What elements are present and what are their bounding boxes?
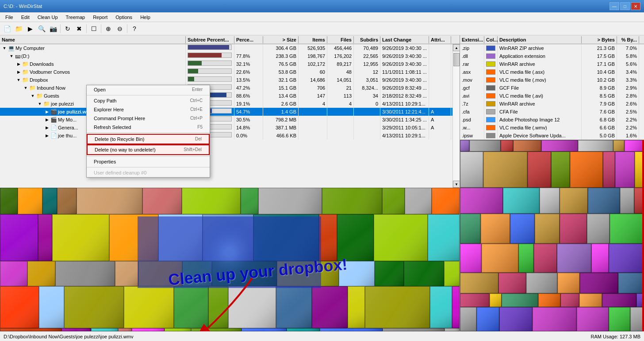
scroll-down-button[interactable]: ▼ (453, 181, 460, 188)
maximize-button[interactable]: □ (620, 2, 630, 10)
ext-description: VLC media file (.asx) (498, 68, 582, 76)
tree-row[interactable]: ▼📁Guests88.6%13.4 GB147113342/18/2012 8:… (0, 92, 452, 100)
extension-row[interactable]: .7zWinRAR archive7.9 GB2.6% (460, 100, 644, 108)
ext-bytes: 8.5 GB (582, 92, 617, 100)
ext-col-bytes[interactable]: > Bytes (582, 36, 617, 43)
tree-row[interactable]: ▶📄joe thu...0.0%466.6 KB4/13/2011 10:29:… (0, 132, 452, 140)
vertical-scrollbar[interactable]: ▲ ▼ (452, 44, 460, 188)
tree-row[interactable]: ▶🎬joe pulizzi.wmv54.7%1.4 GB3/30/2011 12… (0, 108, 452, 116)
row-cell: 3,051 (354, 76, 380, 84)
menu-report[interactable]: Report (89, 14, 111, 21)
col-perce[interactable]: Perce... (234, 36, 263, 43)
col-subdirs[interactable]: Subdirs (354, 36, 380, 43)
ext-color (484, 116, 498, 124)
expand-button[interactable]: ▶ (44, 108, 50, 116)
context-menu: OpenEnterCopy PathCtrl+CExplorer HereCtr… (86, 85, 210, 178)
copy-button[interactable]: ☐ (88, 23, 99, 34)
menu-help[interactable]: Help (137, 14, 154, 21)
extension-row[interactable]: .psdAdobe Photoshop Image 126.8 GB2.2% (460, 116, 644, 124)
expand-button[interactable]: ▼ (23, 84, 28, 92)
tree-row[interactable]: ▶🎬My Mo...30.5%798.2 MB3/30/2011 1:34:25… (0, 116, 452, 124)
context-menu-item[interactable]: Explorer HereCtrl+E (87, 105, 210, 114)
menu-treemap[interactable]: Treemap (62, 14, 89, 21)
expand-button[interactable]: ▶ (44, 124, 50, 132)
tree-row[interactable]: ▶📁Downloads32.1%76.5 GB102,17289,21712,9… (0, 60, 452, 68)
col-lastchange[interactable]: Last Change (380, 36, 429, 43)
expand-button[interactable]: ▶ (44, 132, 50, 140)
col-attri[interactable]: Attri... (429, 36, 451, 43)
row-cell: 54.7% (234, 108, 263, 116)
expand-button[interactable]: ▶ (16, 60, 21, 68)
scroll-thumb[interactable] (453, 53, 460, 66)
col-size[interactable]: > Size (263, 36, 299, 43)
context-menu-item[interactable]: Delete (to Recycle Bin)Del (87, 134, 210, 144)
expand-button[interactable]: ▶ (44, 116, 50, 124)
expand-button[interactable]: ▼ (37, 100, 42, 108)
extension-row[interactable]: .gcfGCF File8.9 GB2.9% (460, 84, 644, 92)
tree-row[interactable]: ▶📁Vodburner Convos22.6%53.8 GB60481211/1… (0, 68, 452, 76)
ext-col-color[interactable]: Col... (484, 36, 498, 43)
extension-row[interactable]: .asxVLC media file (.asx)10.4 GB3.4% (460, 68, 644, 76)
ext-description: WinRAR archive (498, 100, 582, 108)
context-menu-item[interactable]: Refresh SelectedF5 (87, 123, 210, 132)
tree-row[interactable]: ▼📁joe pulezzi19.1%2.6 GB4404/13/2011 10:… (0, 100, 452, 108)
menu-file[interactable]: File (2, 14, 17, 21)
ext-color (484, 44, 498, 52)
tree-row[interactable]: ▼💻My Computer306.4 GB526,935456,44670,48… (0, 44, 452, 52)
expand-button[interactable]: ▼ (30, 92, 35, 100)
context-menu-item[interactable]: OpenEnter (87, 85, 210, 94)
extension-row[interactable]: .ipswApple Device Software Upda...5.0 GB… (460, 132, 644, 140)
new-button[interactable]: 📄 (2, 23, 12, 34)
col-name[interactable]: Name (0, 36, 186, 43)
zoom-out-button[interactable]: ⊖ (115, 23, 125, 34)
tree-body[interactable]: ▼💻My Computer306.4 GB526,935456,44670,48… (0, 44, 460, 188)
stop-button[interactable]: ✖ (74, 23, 84, 34)
col-items[interactable]: Items (299, 36, 327, 43)
close-button[interactable]: ✕ (631, 2, 640, 10)
context-menu-item[interactable]: Delete (no way to undelete!)Shift+Del (87, 144, 210, 155)
row-cell: 21 (327, 84, 354, 92)
scan-button[interactable]: 🔍 (36, 23, 47, 34)
ext-col-description[interactable]: Description (498, 36, 582, 43)
expand-button[interactable]: ▼ (16, 76, 21, 84)
tree-row[interactable]: ▼📁Dropbox13.5%32.1 GB14,68614,0513,0519/… (0, 76, 452, 84)
minimize-button[interactable]: — (610, 2, 619, 10)
scroll-up-button[interactable]: ▲ (453, 44, 460, 51)
context-menu-item[interactable]: Command Prompt HereCtrl+P (87, 114, 210, 123)
extension-row[interactable]: .movVLC media file (.mov)10.2 GB3.3% (460, 76, 644, 84)
ext-percent: 3.3% (617, 76, 639, 84)
ext-bytes: 8.9 GB (582, 84, 617, 92)
extension-row[interactable]: .w...VLC media file (.wmv)6.6 GB2.2% (460, 124, 644, 132)
tree-row[interactable]: ▼📁Inbound Now47.2%15.1 GB706218,324...9/… (0, 84, 452, 92)
ext-col-pct[interactable]: % By... (617, 36, 639, 43)
extension-row[interactable]: .zipWinRAR ZIP archive21.3 GB7.0% (460, 44, 644, 52)
extension-row[interactable]: .cfaCFA File7.6 GB2.5% (460, 108, 644, 116)
menu-edit[interactable]: Edit (18, 14, 33, 21)
refresh-button[interactable]: ↻ (62, 23, 73, 34)
expand-button[interactable]: ▶ (16, 68, 21, 76)
row-cell: 14.8% (234, 124, 263, 132)
extension-row[interactable]: .dllApplication extension17.5 GB5.8% (460, 52, 644, 60)
treemap-area[interactable]: Clean up your dropbox! (0, 188, 460, 331)
zoom-in-button[interactable]: ⊕ (103, 23, 114, 34)
context-menu-item[interactable]: Copy PathCtrl+C (87, 96, 210, 105)
camera-button[interactable]: 📷 (48, 23, 58, 34)
menu-bar: File Edit Clean Up Treemap Report Option… (0, 12, 644, 22)
extension-row[interactable]: .aviVLC media file (.avi)8.5 GB2.8% (460, 92, 644, 100)
expand-button[interactable]: ▼ (2, 44, 7, 52)
menu-cleanup[interactable]: Clean Up (34, 14, 61, 21)
row-cell: 9/26/2019 3:40:30 ... (380, 52, 429, 60)
col-files[interactable]: Files (327, 36, 354, 43)
expand-button[interactable]: ▼ (9, 52, 14, 60)
play-button[interactable]: ▶ (25, 23, 35, 34)
tree-row[interactable]: ▶📄Genera...14.8%387.1 MB3/29/2011 10:05:… (0, 124, 452, 132)
open-button[interactable]: 📁 (13, 23, 24, 34)
tree-row[interactable]: ▼🖴(D:)77.8%238.3 GB198,767176,20222,5659… (0, 52, 452, 60)
help-button[interactable]: ? (129, 23, 140, 34)
menu-options[interactable]: Options (112, 14, 136, 21)
col-subtree[interactable]: Subtree Percent... (186, 36, 234, 43)
ext-extension: .gcf (460, 84, 484, 92)
ext-col-extension[interactable]: Extensi... (460, 36, 484, 43)
context-menu-item[interactable]: Properties (87, 157, 210, 166)
extension-row[interactable]: .rarWinRAR archive17.1 GB5.6% (460, 60, 644, 68)
